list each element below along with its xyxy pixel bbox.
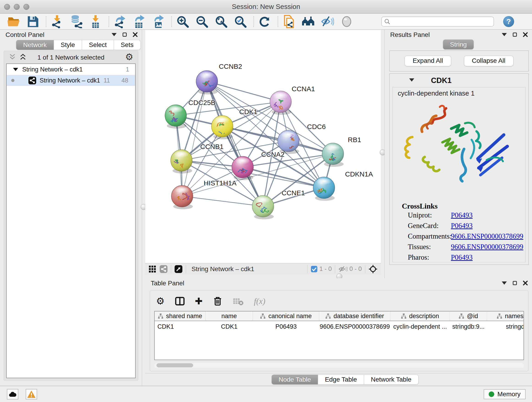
table-horizontal-scrollbar[interactable] xyxy=(154,363,524,368)
tab-sets[interactable]: Sets xyxy=(114,40,141,50)
panel-menu-icon[interactable] xyxy=(502,33,507,36)
left-splitter[interactable] xyxy=(142,30,145,386)
panel-close-icon[interactable] xyxy=(523,32,528,37)
tab-network[interactable]: Network xyxy=(16,40,54,50)
panel-float-icon[interactable] xyxy=(513,281,517,285)
warning-icon xyxy=(27,390,36,398)
expand-all-button[interactable]: Expand All xyxy=(405,56,451,66)
birds-eye-view-icon[interactable] xyxy=(148,265,156,273)
column-header-description[interactable]: description xyxy=(390,312,450,321)
column-header-label: database identifier xyxy=(334,313,384,320)
crosslink-label: Uniprot: xyxy=(408,211,432,219)
zoom-out-icon[interactable] xyxy=(195,15,209,28)
panel-close-icon[interactable] xyxy=(133,32,138,37)
zoom-selected-icon[interactable] xyxy=(234,15,247,28)
import-network-icon[interactable] xyxy=(51,15,64,28)
title-bar[interactable]: Session: New Session xyxy=(0,0,532,14)
create-column-icon[interactable]: ✚ xyxy=(195,296,203,306)
gene-header[interactable]: CDK1 xyxy=(390,74,528,87)
show-graphics-icon[interactable] xyxy=(340,15,353,28)
network-node-CCNA1[interactable]: CCNA1 xyxy=(270,85,315,115)
toolbar-separator xyxy=(171,265,171,273)
export-image-icon[interactable] xyxy=(152,15,165,28)
network-collection-row[interactable]: String Network – cdk1 1 xyxy=(7,64,135,75)
import-database-icon[interactable] xyxy=(70,15,83,28)
save-session-icon[interactable] xyxy=(26,15,39,28)
hidden-eye-icon[interactable] xyxy=(338,266,348,273)
fit-selected-crosshair-icon[interactable] xyxy=(368,264,378,274)
export-network-icon[interactable] xyxy=(113,15,127,28)
network-node-CDKN1A[interactable]: CDKN1A xyxy=(313,170,373,201)
tab-node-table[interactable]: Node Table xyxy=(272,375,318,385)
panel-float-icon[interactable] xyxy=(513,32,517,37)
node-label-CDKN1A: CDKN1A xyxy=(345,170,373,178)
column-header-canonical-name[interactable]: canonical name xyxy=(253,312,319,321)
zoom-in-icon[interactable] xyxy=(176,15,189,28)
show-columns-icon[interactable] xyxy=(175,296,185,306)
bottom-splitter[interactable] xyxy=(145,274,381,278)
control-panel-tabs: NetworkStyleSelectSets xyxy=(16,40,141,50)
node-table[interactable]: shared namenamecanonical namedatabase id… xyxy=(154,311,524,360)
delete-column-icon[interactable] xyxy=(213,296,223,306)
home-icon[interactable] xyxy=(302,15,315,28)
search-input[interactable] xyxy=(390,18,487,25)
table-gear-icon[interactable]: ⚙ xyxy=(156,295,165,307)
panel-float-icon[interactable] xyxy=(123,32,127,37)
cloud-status-button[interactable] xyxy=(7,389,18,400)
tab-string[interactable]: String xyxy=(443,39,474,50)
panel-close-icon[interactable] xyxy=(523,281,528,286)
table-panel: Table Panel ⚙ ✚ xyxy=(145,278,532,386)
panel-menu-icon[interactable] xyxy=(112,33,117,36)
column-header-namespace[interactable]: namespace xyxy=(487,312,524,321)
collection-expand-icon[interactable] xyxy=(13,68,18,71)
column-header-database-identifier[interactable]: database identifier xyxy=(319,312,390,321)
column-header-name[interactable]: name xyxy=(206,312,253,321)
column-header-@id[interactable]: @id xyxy=(450,312,487,321)
table-row[interactable]: CDK1CDK1P064939606.ENSP00000378699cyclin… xyxy=(155,321,524,332)
export-table-icon[interactable] xyxy=(133,15,146,28)
network-view: CCNB2CCNA1CDC25BCDK1CDC6RB1CCNB1CCNA2CDK… xyxy=(145,30,381,278)
network-canvas[interactable]: CCNB2CCNA1CDC25BCDK1CDC6RB1CCNB1CCNA2CDK… xyxy=(145,30,381,263)
network-row[interactable]: String Network – cdk1 11 48 xyxy=(7,75,135,86)
import-table-icon[interactable] xyxy=(89,15,102,28)
tab-style[interactable]: Style xyxy=(54,40,82,50)
edge-CCNE1-HIST1H1A[interactable] xyxy=(182,196,263,206)
column-header-label: name xyxy=(221,313,237,320)
toolbar-separator xyxy=(307,265,307,273)
warnings-button[interactable] xyxy=(26,389,37,400)
help-button[interactable]: ? xyxy=(503,16,514,27)
table-scrollbar-thumb[interactable] xyxy=(157,363,193,367)
network-node-CCNE1[interactable]: CCNE1 xyxy=(252,189,305,219)
panel-menu-icon[interactable] xyxy=(502,281,507,285)
network-options-gear-icon[interactable]: ⚙ xyxy=(125,51,133,62)
selected-checkbox-icon[interactable] xyxy=(311,266,317,273)
clone-network-icon[interactable] xyxy=(282,15,296,28)
right-splitter[interactable] xyxy=(381,30,385,278)
crosslink-row: GeneCard:P06493 xyxy=(408,222,438,230)
hide-unhide-icon[interactable] xyxy=(321,15,334,28)
collapse-all-button[interactable]: Collapse All xyxy=(464,56,513,66)
open-session-icon[interactable] xyxy=(7,15,20,28)
gene-collapse-icon[interactable] xyxy=(409,78,414,82)
zoom-fit-icon[interactable] xyxy=(215,15,228,28)
crosslink-row: Compartments:9606.ENSP00000378699 xyxy=(408,232,452,240)
column-hierarchy-icon xyxy=(325,313,331,319)
crosslink-tissues-link[interactable]: 9606.ENSP00000378699 xyxy=(451,243,523,251)
tab-select[interactable]: Select xyxy=(82,40,114,50)
crosslink-compartments-link[interactable]: 9606.ENSP00000378699 xyxy=(451,232,523,240)
memory-button[interactable]: Memory xyxy=(484,389,526,399)
gene-panel: CDK1 cyclin-dependent kinase 1 xyxy=(389,73,529,265)
table-cell: P06493 xyxy=(253,321,319,332)
current-network-indicator xyxy=(11,79,14,82)
tab-edge-table[interactable]: Edge Table xyxy=(318,375,364,385)
column-header-shared-name[interactable]: shared name xyxy=(155,312,206,321)
crosslink-pharos-link[interactable]: P06493 xyxy=(451,253,473,262)
network-node-RB1[interactable]: RB1 xyxy=(322,136,361,167)
collection-count: 1 xyxy=(126,66,129,73)
refresh-icon[interactable] xyxy=(258,15,271,28)
detach-view-icon[interactable] xyxy=(174,265,183,273)
crosslink-genecard-link[interactable]: P06493 xyxy=(451,222,473,230)
tab-network-table[interactable]: Network Table xyxy=(364,375,418,385)
crosslink-row: Pharos:P06493 xyxy=(408,253,429,262)
crosslink-uniprot-link[interactable]: P06493 xyxy=(451,211,473,219)
